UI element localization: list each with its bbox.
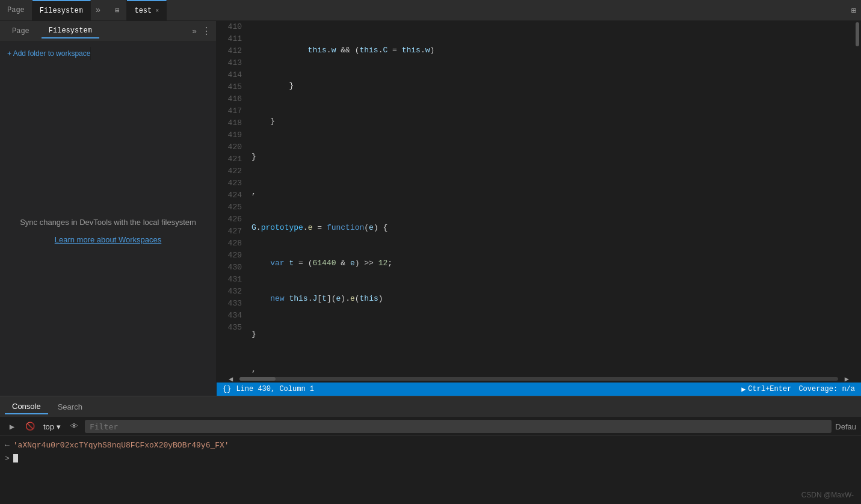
execute-button[interactable]: ▶ [5,420,19,433]
line-num-416: 416 [217,93,242,105]
sidebar-description: Sync changes in DevTools with the local … [20,217,196,229]
tab-more-button[interactable]: » [91,5,105,15]
line-num-415: 415 [217,81,242,93]
source-icon: ⊞ [115,6,119,15]
code-lines[interactable]: this.w && (this.C = this.w) } } } , G.pr… [247,21,861,375]
eye-button[interactable]: 👁 [67,420,81,433]
default-label: Defau [835,422,856,431]
run-button[interactable]: ▶ Ctrl+Enter [741,385,791,394]
search-tab-label: Search [58,402,82,411]
tab-bar: Page Filesystem » ⊞ test × ⊞ [0,0,861,21]
tab-filesystem[interactable]: Filesystem [32,0,91,20]
console-prompt-line[interactable]: > [5,452,856,465]
prompt-caret-icon: > [5,454,10,463]
code-line-418: } [252,328,861,340]
execute-icon: ▶ [10,422,14,432]
line-num-424: 424 [217,189,242,201]
line-num-421: 421 [217,153,242,165]
line-num-433: 433 [217,298,242,310]
clear-console-button[interactable]: 🚫 [23,420,37,433]
watermark: CSDN @MaxW- [801,491,854,499]
kebab-icon: ⋮ [202,26,211,37]
sidebar-tab-more-button[interactable]: » [192,27,197,36]
sidebar-page-label: Page [12,27,29,35]
bottom-panel: Console Search ▶ 🚫 top ▾ 👁 Defau [0,396,861,504]
line-num-429: 429 [217,250,242,262]
curly-braces-icon: {} [223,385,231,393]
line-num-412: 412 [217,45,242,57]
sidebar-tabs: Page Filesystem » ⋮ [0,21,216,42]
code-line-417: new this.J[t](e).e(this) [252,293,861,305]
sidebar-kebab-button[interactable]: ⋮ [202,25,211,37]
line-num-427: 427 [217,226,242,238]
editor-status-bar: {} Line 430, Column 1 ▶ Ctrl+Enter Cover… [217,383,861,396]
run-icon: ▶ [741,385,745,394]
line-num-428: 428 [217,238,242,250]
line-num-425: 425 [217,201,242,214]
code-line-412: } [252,115,861,128]
dropdown-icon: ▾ [57,422,61,431]
line-num-432: 432 [217,286,242,298]
code-line-419: , [252,364,861,375]
status-right: ▶ Ctrl+Enter Coverage: n/a [741,385,855,394]
result-arrow-icon: ← [5,441,10,450]
close-test-tab-icon[interactable]: × [155,8,159,14]
code-container: 410 411 412 413 414 415 416 417 418 419 … [217,21,861,375]
sidebar-body: Sync changes in DevTools with the local … [0,65,216,396]
tab-page[interactable]: Page [0,0,32,20]
add-folder-button[interactable]: + Add folder to workspace [7,47,91,60]
editor-area: 410 411 412 413 414 415 416 417 418 419 … [217,21,861,396]
watermark-text: CSDN @MaxW- [801,491,854,499]
line-num-423: 423 [217,177,242,189]
line-num-420: 420 [217,141,242,153]
console-result-line: ← 'aXNqr4u0r02xcTYqyhS8nqU8FCFxoX20yBOBr… [5,438,856,452]
sidebar-tab-page[interactable]: Page [5,25,37,38]
console-controls: ▶ 🚫 top ▾ 👁 Defau [0,417,861,436]
cursor-position-text: Line 430, Column 1 [236,385,314,393]
line-num-411: 411 [217,33,242,45]
code-line-415: G.prototype.e = function(e) { [252,222,861,234]
format-button[interactable]: {} [223,385,231,393]
line-num-430: 430 [217,262,242,274]
top-selector[interactable]: top ▾ [41,421,63,432]
add-folder-section: + Add folder to workspace [0,42,216,65]
v-scroll-thumb[interactable] [856,22,859,46]
console-cursor [13,454,18,463]
line-num-410: 410 [217,21,242,33]
h-scroll-track[interactable] [239,377,838,381]
more-tabs-icon: » [192,27,197,36]
eye-icon: 👁 [70,422,78,431]
code-line-413: } [252,151,861,163]
tab-page-label: Page [7,6,25,14]
learn-more-label: Learn more about Workspaces [55,235,162,244]
top-label: top [43,422,54,431]
source-button[interactable]: ⊞ [108,0,127,20]
line-num-414: 414 [217,69,242,81]
add-folder-label: + Add folder to workspace [7,49,90,58]
filter-input[interactable] [85,420,832,433]
h-scroll-thumb[interactable] [239,377,276,381]
line-num-419: 419 [217,129,242,141]
expand-panel-button[interactable]: ⊞ [847,5,861,16]
line-num-434: 434 [217,310,242,322]
code-line-411: } [252,80,861,92]
expand-icon: ⊞ [851,6,856,16]
vertical-scrollbar[interactable] [854,21,861,375]
code-line-414: , [252,186,861,198]
tab-console[interactable]: Console [5,399,48,414]
console-tab-label: Console [12,402,41,411]
horizontal-scrollbar[interactable]: ◀ ▶ [217,375,861,383]
code-line-416: var t = (61440 & e) >> 12; [252,257,861,269]
code-line-410: this.w && (this.C = this.w) [252,45,861,57]
cursor-position: Line 430, Column 1 [236,385,314,393]
tab-test[interactable]: test × [127,0,167,20]
panel-tabs: Console Search [0,396,861,417]
code-scroll[interactable]: 410 411 412 413 414 415 416 417 418 419 … [217,21,861,375]
learn-more-link[interactable]: Learn more about Workspaces [55,235,162,244]
coverage-text: Coverage: n/a [798,385,855,393]
line-num-426: 426 [217,214,242,226]
tab-filesystem-label: Filesystem [40,7,83,15]
line-num-413: 413 [217,57,242,69]
tab-search[interactable]: Search [51,400,90,414]
sidebar-tab-filesystem[interactable]: Filesystem [42,24,99,38]
